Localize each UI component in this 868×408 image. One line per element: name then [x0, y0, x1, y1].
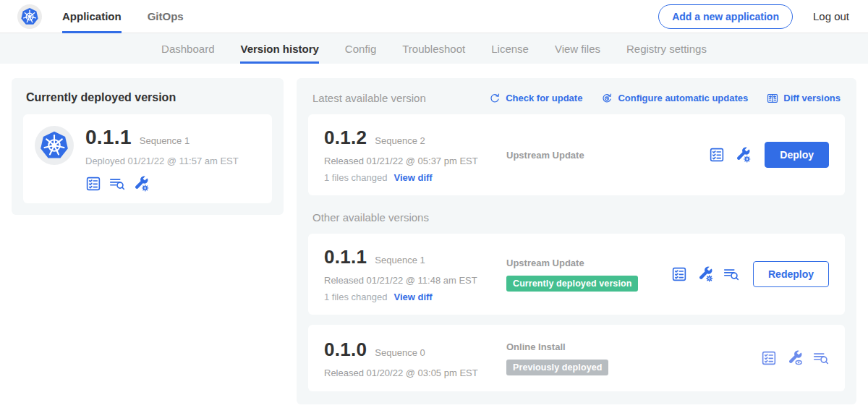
version-line: 0.1.0Sequence 0 — [324, 339, 506, 361]
kubernetes-logo — [17, 4, 42, 29]
latest-available-header: Latest available version Check for updat… — [308, 90, 845, 104]
header-tab-gitops[interactable]: GitOps — [148, 0, 184, 33]
deploy-logs-icon[interactable] — [109, 176, 125, 192]
source-label: Online Install — [506, 341, 761, 352]
subnav-tab-view-files[interactable]: View files — [555, 33, 600, 64]
version-row-0-1-1: 0.1.1Sequence 1Released 01/21/22 @ 11:48… — [308, 234, 845, 315]
status-badge: Previously deployed — [506, 360, 608, 375]
redeploy-button[interactable]: Redeploy — [753, 261, 829, 287]
auto-update-icon — [601, 93, 613, 104]
header-tab-label: GitOps — [148, 10, 184, 22]
action-label: Check for update — [506, 93, 582, 103]
app-logo-icon — [39, 130, 69, 161]
released-timestamp: Released 01/21/22 @ 11:48 am EST — [324, 275, 506, 286]
subnav-tab-label: Version history — [240, 43, 318, 55]
section-subnav: DashboardVersion historyConfigTroublesho… — [0, 33, 868, 64]
deployed-timestamp: Deployed 01/21/22 @ 11:57 am EST — [85, 156, 239, 166]
action-label: Diff versions — [783, 93, 841, 103]
preflight-checks-icon[interactable] — [761, 350, 777, 366]
edit-config-icon[interactable] — [133, 176, 149, 192]
version-info: 0.1.2Sequence 2Released 01/21/22 @ 05:37… — [324, 127, 506, 183]
version-line: 0.1.2Sequence 2 — [324, 127, 506, 149]
deploy-logs-icon[interactable] — [813, 350, 829, 366]
subnav-tab-label: License — [491, 43, 529, 55]
version-line: 0.1.1Sequence 1 — [324, 246, 506, 268]
version-number: 0.1.2 — [324, 127, 367, 149]
subnav-tab-license[interactable]: License — [491, 33, 529, 64]
view-diff-link[interactable]: View diff — [393, 292, 432, 302]
app-nav-tabs: ApplicationGitOps — [62, 0, 210, 33]
kubernetes-logo-icon — [20, 7, 39, 26]
action-diff-versions[interactable]: Diff versions — [767, 93, 841, 104]
subnav-tab-troubleshoot[interactable]: Troubleshoot — [402, 33, 465, 64]
files-changed-line: 1 files changedView diff — [324, 292, 506, 302]
subnav-tab-label: Config — [345, 43, 376, 55]
subnav-tab-dashboard[interactable]: Dashboard — [161, 33, 214, 64]
deployed-sequence-label: Sequence 1 — [140, 135, 190, 146]
currently-deployed-panel: Currently deployed version 0.1.1 Sequenc… — [12, 78, 284, 215]
source-label: Upstream Update — [506, 258, 671, 268]
sequence-label: Sequence 2 — [375, 135, 425, 146]
version-source: Online InstallPreviously deployed — [506, 341, 761, 375]
files-changed-line: 1 files changedView diff — [324, 172, 506, 183]
version-info: 0.1.0Sequence 0Released 01/20/22 @ 03:05… — [324, 339, 506, 378]
version-source: Upstream Update — [506, 150, 709, 161]
preflight-checks-icon[interactable] — [85, 176, 101, 192]
sequence-label: Sequence 1 — [375, 255, 425, 265]
version-number: 0.1.1 — [324, 246, 367, 268]
version-actions: Redeploy — [671, 261, 829, 287]
main-content: Currently deployed version 0.1.1 Sequenc… — [0, 64, 868, 408]
subnav-tab-config[interactable]: Config — [345, 33, 376, 64]
action-configure-automatic-updates[interactable]: Configure automatic updates — [601, 93, 748, 104]
version-info: 0.1.1Sequence 1Released 01/21/22 @ 11:48… — [324, 246, 506, 302]
status-badge: Currently deployed version — [506, 276, 638, 292]
released-timestamp: Released 01/20/22 @ 03:05 pm EST — [324, 367, 506, 378]
subnav-tab-version-history[interactable]: Version history — [240, 33, 318, 64]
version-row-0-1-2: 0.1.2Sequence 2Released 01/21/22 @ 05:37… — [308, 114, 845, 195]
diff-icon — [767, 93, 778, 104]
action-check-for-update[interactable]: Check for update — [489, 93, 582, 104]
version-actions — [761, 350, 829, 366]
files-changed-label: 1 files changed — [324, 292, 387, 302]
version-history-panel: Latest available version Check for updat… — [297, 78, 856, 404]
preflight-checks-icon[interactable] — [709, 147, 725, 163]
view-config-icon[interactable] — [787, 350, 803, 366]
version-row-0-1-0: 0.1.0Sequence 0Released 01/20/22 @ 03:05… — [308, 325, 845, 391]
released-timestamp: Released 01/21/22 @ 05:37 pm EST — [324, 156, 506, 166]
top-navbar: ApplicationGitOps Add a new application … — [0, 0, 868, 33]
deploy-logs-icon[interactable] — [723, 266, 739, 282]
version-source: Upstream UpdateCurrently deployed versio… — [506, 258, 671, 292]
header-tab-label: Application — [62, 10, 122, 22]
version-number: 0.1.0 — [324, 339, 367, 361]
subnav-tab-registry-settings[interactable]: Registry settings — [626, 33, 707, 64]
edit-config-icon[interactable] — [735, 147, 751, 163]
view-diff-link[interactable]: View diff — [393, 172, 432, 183]
update-actions: Check for updateConfigure automatic upda… — [489, 93, 841, 104]
subnav-tab-label: Dashboard — [161, 43, 214, 55]
preflight-checks-icon[interactable] — [671, 266, 687, 282]
other-available-title: Other available versions — [312, 211, 841, 224]
sequence-label: Sequence 0 — [375, 347, 425, 358]
logout-button[interactable]: Log out — [813, 10, 849, 22]
files-changed-label: 1 files changed — [324, 172, 387, 183]
app-logo — [35, 126, 74, 165]
deploy-button[interactable]: Deploy — [765, 142, 829, 168]
deployed-version-card: 0.1.1 Sequence 1 Deployed 01/21/22 @ 11:… — [23, 114, 272, 203]
source-label: Upstream Update — [506, 150, 709, 161]
latest-available-title: Latest available version — [312, 92, 489, 104]
subnav-tab-label: View files — [555, 43, 600, 55]
edit-config-icon[interactable] — [697, 266, 713, 282]
action-label: Configure automatic updates — [618, 93, 748, 103]
deployed-version-actions — [85, 176, 239, 192]
refresh-icon — [489, 93, 501, 104]
header-tab-application[interactable]: Application — [62, 0, 122, 33]
add-application-button[interactable]: Add a new application — [658, 4, 793, 29]
deployed-version-number: 0.1.1 — [85, 126, 132, 149]
subnav-tab-label: Troubleshoot — [402, 43, 465, 55]
version-actions: Deploy — [709, 142, 829, 168]
subnav-tab-label: Registry settings — [626, 43, 707, 55]
currently-deployed-title: Currently deployed version — [23, 90, 272, 104]
